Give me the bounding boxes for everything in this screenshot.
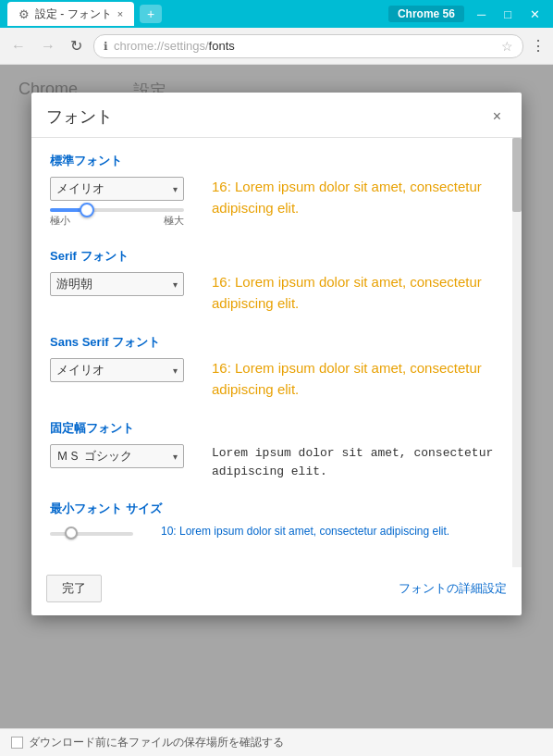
standard-font-row: メイリオ ▾ 極小 極大 [50, 177, 503, 228]
close-button[interactable]: ✕ [524, 6, 546, 23]
bookmark-icon[interactable]: ☆ [501, 39, 513, 54]
slider-track [50, 208, 184, 212]
slider-max-label: 極大 [164, 214, 184, 228]
url-prefix: chrome://settings/ [114, 39, 209, 53]
dialog-title: フォント [46, 105, 113, 128]
restore-button[interactable]: □ [498, 6, 517, 23]
fixed-font-value: ＭＳ ゴシック [56, 448, 132, 465]
standard-font-label: 標準フォント [50, 153, 503, 169]
fixed-font-sample: Lorem ipsum dolor sit amet, consectetur … [212, 444, 503, 480]
slider-thumb[interactable] [80, 203, 94, 217]
tab-title: 設定 - フォント [35, 6, 112, 22]
fixed-font-dropdown[interactable]: ＭＳ ゴシック ▾ [50, 444, 184, 468]
sans-serif-font-label: Sans Serif フォント [50, 334, 503, 351]
url-bar[interactable]: ℹ chrome://settings/fonts ☆ [93, 34, 523, 58]
min-font-size-thumb[interactable] [65, 527, 78, 539]
standard-font-sample-number: 16: [212, 179, 231, 194]
titlebar-left: ⚙ 設定 - フォント × + [7, 2, 162, 26]
min-font-size-slider-container [50, 525, 142, 538]
fixed-font-section: 固定幅フォント ＭＳ ゴシック ▾ Lorem ipsum dolor sit … [50, 420, 503, 480]
dialog-header: フォント × [31, 93, 522, 138]
reload-button[interactable]: ↻ [67, 35, 86, 56]
standard-font-dropdown[interactable]: メイリオ ▾ [50, 177, 184, 201]
sans-serif-font-dropdown[interactable]: メイリオ ▾ [50, 358, 184, 382]
tab-favicon-icon: ⚙ [18, 7, 30, 21]
dialog-footer: 完了 フォントの詳細設定 [31, 567, 522, 615]
standard-font-sample: 16: Lorem ipsum dolor sit amet, consecte… [212, 177, 503, 218]
dialog-body: 標準フォント メイリオ ▾ [31, 138, 522, 567]
min-font-size-sample: 10: Lorem ipsum dolor sit amet, consecte… [161, 525, 503, 538]
fixed-font-dropdown-arrow: ▾ [173, 452, 178, 462]
sans-serif-font-sample: 16: Lorem ipsum dolor sit amet, consecte… [212, 358, 503, 400]
serif-font-dropdown[interactable]: 游明朝 ▾ [50, 272, 184, 296]
download-confirm-checkbox[interactable] [11, 737, 23, 749]
sans-serif-font-row: メイリオ ▾ 16: Lorem ipsum dolor sit amet, c… [50, 358, 503, 400]
addressbar: ← → ↻ ℹ chrome://settings/fonts ☆ ⋮ [0, 28, 553, 65]
sans-serif-font-value: メイリオ [56, 362, 104, 378]
back-button[interactable]: ← [7, 36, 30, 56]
active-tab[interactable]: ⚙ 設定 - フォント × [7, 2, 134, 26]
download-confirm-label: ダウンロード前に各ファイルの保存場所を確認する [29, 735, 284, 750]
serif-font-sample-text: Lorem ipsum dolor sit amet, consectetur … [212, 274, 482, 311]
serif-font-value: 游明朝 [56, 276, 92, 292]
dialog-close-button[interactable]: × [487, 106, 507, 127]
browser-content: Chrome 設定 フォント × 標準フォント [0, 65, 553, 756]
standard-font-dropdown-arrow: ▾ [173, 184, 178, 194]
min-font-size-row: 10: Lorem ipsum dolor sit amet, consecte… [50, 525, 503, 538]
standard-font-controls: メイリオ ▾ 極小 極大 [50, 177, 193, 228]
serif-font-sample: 16: Lorem ipsum dolor sit amet, consecte… [212, 272, 503, 314]
fixed-font-sample-text: Lorem ipsum dolor sit amet, consectetur … [212, 446, 493, 478]
sans-serif-font-section: Sans Serif フォント メイリオ ▾ 16: Lorem ipsum d… [50, 334, 503, 400]
advanced-settings-link[interactable]: フォントの詳細設定 [399, 580, 507, 597]
slider-min-label: 極小 [50, 214, 70, 228]
fixed-font-row: ＭＳ ゴシック ▾ Lorem ipsum dolor sit amet, co… [50, 444, 503, 480]
url-info-icon: ℹ [104, 40, 108, 53]
slider-fill [50, 208, 83, 212]
titlebar-right: Chrome 56 ─ □ ✕ [388, 6, 546, 23]
min-font-size-slider[interactable] [50, 532, 133, 536]
minimize-button[interactable]: ─ [472, 6, 491, 23]
serif-font-section: Serif フォント 游明朝 ▾ 16: Lorem ipsum dolor s… [50, 248, 503, 314]
url-text: chrome://settings/fonts [114, 39, 496, 53]
font-size-slider[interactable]: 極小 極大 [50, 208, 184, 228]
dialog-scrollbar-thumb[interactable] [512, 138, 522, 212]
dialog-scrollbar[interactable] [512, 138, 522, 567]
fixed-font-controls: ＭＳ ゴシック ▾ [50, 444, 193, 468]
forward-button[interactable]: → [37, 36, 59, 56]
new-tab-button[interactable]: + [140, 5, 162, 23]
chrome-menu-icon[interactable]: ⋮ [531, 37, 546, 55]
chrome-version-label: Chrome 56 [388, 6, 464, 22]
slider-labels: 極小 極大 [50, 214, 184, 228]
serif-font-row: 游明朝 ▾ 16: Lorem ipsum dolor sit amet, co… [50, 272, 503, 314]
tab-close-button[interactable]: × [117, 8, 123, 19]
url-suffix: fonts [209, 39, 235, 53]
serif-font-label: Serif フォント [50, 248, 503, 265]
standard-font-value: メイリオ [56, 180, 104, 197]
standard-font-sample-text: Lorem ipsum dolor sit amet, consectetur … [212, 179, 482, 216]
serif-font-sample-number: 16: [212, 274, 231, 290]
serif-font-dropdown-arrow: ▾ [173, 279, 178, 290]
serif-font-controls: 游明朝 ▾ [50, 272, 193, 296]
min-font-size-label: 最小フォント サイズ [50, 501, 503, 517]
standard-font-section: 標準フォント メイリオ ▾ [50, 153, 503, 228]
bottom-bar: ダウンロード前に各ファイルの保存場所を確認する [0, 728, 553, 756]
min-font-size-section: 最小フォント サイズ 10: Lorem ipsum dolor sit ame… [50, 501, 503, 538]
sans-serif-font-dropdown-arrow: ▾ [173, 366, 178, 376]
sans-serif-font-controls: メイリオ ▾ [50, 358, 193, 382]
sans-serif-font-sample-number: 16: [212, 360, 231, 376]
sans-serif-font-sample-text: Lorem ipsum dolor sit amet, consectetur … [212, 360, 482, 397]
fonts-dialog: フォント × 標準フォント メイリオ ▾ [31, 93, 522, 615]
modal-overlay: フォント × 標準フォント メイリオ ▾ [0, 65, 553, 756]
titlebar: ⚙ 設定 - フォント × + Chrome 56 ─ □ ✕ [0, 0, 553, 28]
done-button[interactable]: 完了 [46, 575, 102, 602]
fixed-font-label: 固定幅フォント [50, 420, 503, 437]
